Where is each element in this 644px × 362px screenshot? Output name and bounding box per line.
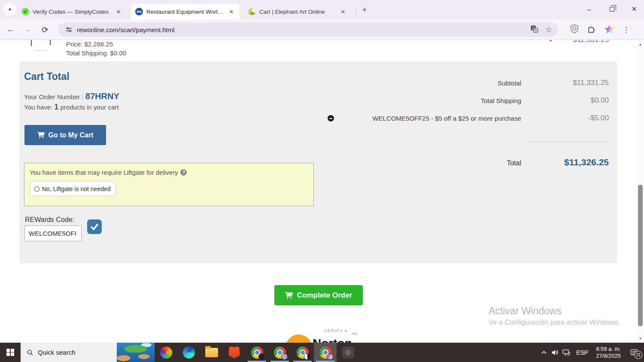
tab-title: Cart | Elephant Art Online [259,9,336,15]
chrome-profile1-app-icon[interactable] [246,343,268,362]
vertical-scrollbar[interactable]: ▲ ▼ [637,40,644,343]
copilot-app-icon[interactable] [155,343,177,362]
products-suffix: products in your cart [58,103,118,111]
cart-icon [37,131,45,139]
tab-elephant-art[interactable]: Cart | Elephant Art Online ✕ [244,4,351,19]
cart-total-heading: Cart Total [24,71,70,82]
chrome-profile4-app-icon-active[interactable] [314,343,337,362]
minimize-button[interactable]: – [579,0,599,18]
scrollbar-thumb[interactable] [638,185,643,326]
rewards-code-label: REWards Code: [25,216,74,224]
cart-payment-page: Price: $2,266.25 Total Shipping: $0.00 1… [0,40,644,343]
go-to-my-cart-button[interactable]: Go to My Cart [24,125,106,145]
cart-icon [285,292,293,299]
simplycodes-favicon-icon: ✓ [21,8,29,15]
item-price: Price: $2,266.25 [66,40,113,48]
remove-coupon-icon[interactable] [328,115,334,122]
file-explorer-app-icon[interactable] [200,343,223,362]
item-quantity: 1 [549,40,553,43]
liftgate-decline-button[interactable]: No, Liftgate is not needed [30,181,115,196]
tab-separator [355,6,356,14]
url-text: rewonline.com/scart/payment.html [77,26,175,33]
close-window-button[interactable]: ✕ [624,0,644,18]
windows-taskbar: Quick search ESP 8: [0,343,644,362]
scroll-down-icon[interactable]: ▼ [637,335,644,342]
notification-center-button[interactable]: 21 [624,343,644,362]
clock-date[interactable]: 8:59 a. m. 27/8/2025 [592,346,624,359]
summary-divider [530,142,609,142]
translate-icon[interactable]: 文A [530,25,538,35]
liftgate-notice-box: You have items that may require Liftgate… [24,163,314,206]
check-icon [90,222,99,231]
forward-button[interactable]: → [21,24,33,35]
complete-order-button[interactable]: Complete Order [274,285,363,305]
profile-avatar-icon[interactable] [605,25,614,34]
shipping-value: $0.00 [544,96,609,105]
browser-window: ▾ ✓ Verify Codes — SimplyCodes ✕ RW Rest… [0,0,644,362]
go-to-my-cart-label: Go to My Cart [49,131,94,139]
rew-favicon-icon: RW [135,8,143,15]
language-indicator[interactable]: ESP [572,349,592,356]
brave-app-icon[interactable] [223,343,246,362]
address-bar[interactable]: rewonline.com/scart/payment.html 文A ☆ [58,22,558,37]
you-have-label: You have: [24,103,54,111]
item-line-total: $11,331.25 [573,40,609,44]
site-info-icon[interactable] [64,25,73,34]
scroll-up-icon[interactable]: ▲ [637,41,644,48]
liftgate-message: You have items that may require Liftgate… [30,169,187,176]
taskbar-search-box[interactable]: Quick search [21,343,117,362]
tray-date: 27/8/2025 [596,353,621,359]
subtotal-value: $11,331.25 [544,79,609,87]
close-tab-icon[interactable]: ✕ [115,8,122,15]
tab-search-button[interactable]: ▾ [3,3,16,16]
rewards-code-input[interactable]: WELCOME5OFI [24,225,82,241]
norton-check-icon: ✓ [284,333,314,343]
close-tab-icon[interactable]: ✕ [339,8,347,15]
chrome-profile3-app-icon[interactable] [291,343,314,362]
start-button[interactable] [0,343,21,362]
total-value: $11,326.25 [523,157,609,167]
notification-count-badge: 21 [634,351,642,359]
new-tab-button[interactable]: + [359,4,370,15]
norton-secured-seal[interactable]: VERIFY ▸ TM ✓ Norton [284,327,361,343]
taskbar-pinned-apps [155,343,359,362]
total-label: Total [435,159,521,167]
elephant-favicon-icon [248,8,256,15]
help-question-icon[interactable]: ? [180,169,187,176]
tray-time: 8:59 a. m. [596,346,621,353]
bookmark-star-icon[interactable]: ☆ [545,25,552,34]
order-number-line: Your Order Number : 87HRNY [24,91,119,101]
subtotal-label: Subtotal [341,79,521,87]
tray-chevron-up-icon[interactable] [538,343,550,362]
reload-button[interactable]: ⟳ [39,24,51,35]
widgets-weather-icon[interactable] [117,343,155,362]
norton-brand-text: Norton [313,337,352,343]
coupon-value: -$5.00 [544,114,609,122]
product-image-partial [31,40,32,46]
product-image-partial [50,40,51,45]
network-icon[interactable] [561,343,572,362]
menu-kebab-icon[interactable]: ⋮ [623,25,630,34]
tab-verify-codes[interactable]: ✓ Verify Codes — SimplyCodes ✕ [17,4,127,19]
tab-title: Restaurant Equipment World | S [146,9,224,15]
tab-title: Verify Codes — SimplyCodes [33,9,111,15]
order-number-value: 87HRNY [85,91,119,101]
radio-circle-icon [34,186,39,192]
shipping-label: Total Shipping [341,97,521,104]
extensions-puzzle-icon[interactable] [587,24,596,35]
background-app-icon[interactable] [337,343,359,362]
liftgate-message-text: You have items that may require Liftgate… [30,169,178,176]
system-tray: ESP 8:59 a. m. 27/8/2025 21 [538,343,644,362]
chrome-profile2-app-icon[interactable] [268,343,291,362]
volume-icon[interactable] [550,343,561,362]
cart-total-panel: Cart Total Your Order Number : 87HRNY Yo… [19,61,617,263]
close-tab-icon[interactable]: ✕ [228,8,235,15]
rewards-apply-checkbox[interactable] [87,219,102,234]
tab-restaurant-equipment[interactable]: RW Restaurant Equipment World | S ✕ [131,4,240,19]
search-icon [27,349,33,356]
restore-button[interactable] [602,0,622,18]
order-number-label: Your Order Number : [24,93,85,100]
back-button[interactable]: ← [5,24,16,35]
privacy-shield-icon[interactable] [570,24,579,35]
edge-app-icon[interactable] [177,343,200,362]
